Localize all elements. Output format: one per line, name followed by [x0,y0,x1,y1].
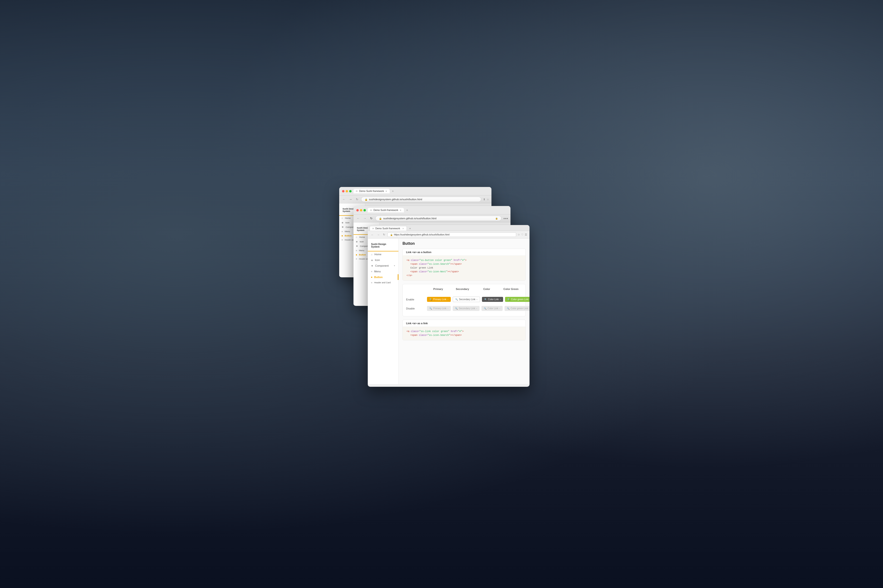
ff-reload-btn[interactable]: ↻ [382,232,386,237]
back-btn-2[interactable]: ← [356,216,361,220]
lock-icon-1: 🔒 [365,198,367,201]
dot-header-2 [356,258,357,260]
tab-icon-1: ⟳ [356,190,358,192]
sidebar-item-menu-3[interactable]: Menu [368,268,399,274]
forward-btn-1[interactable]: → [348,197,353,201]
bookmark-icon-1[interactable]: ☆ [487,198,489,201]
sidebar-item-header-3[interactable]: Header and Card [368,280,399,285]
ff-tab-active[interactable]: ⟳ Demo Sushi framework ✕ [370,226,407,231]
ff-address-bar[interactable]: 🔒 https://sushidesignsystem.github.io/su… [387,232,516,237]
primary-link-btn[interactable]: 🔍 Primary Link › [427,297,451,302]
code-block-3a: <a class="ss-button color green" href="#… [403,256,525,280]
code-attr-class: class= [411,259,419,262]
nav-label-home-1: Home [345,217,351,219]
color-link-btn[interactable]: 🔍 Color Link › [482,297,503,302]
dot-button-3 [371,277,372,278]
ff-heart-icon[interactable]: ♡ [521,233,523,236]
tab-label-2: Demo Sushi framework [373,209,398,212]
close-btn-1[interactable] [342,190,345,192]
url-text-1: sushidesignsystem.github.io/sushi/button… [369,198,478,201]
nav-label-icon-2: Icon [360,240,364,243]
component-icon-3: ❖ [371,264,373,267]
minimize-btn-2[interactable] [360,209,362,212]
home-icon-3: ⌂ [371,253,373,256]
brand-3: Sushi Design System [368,242,399,251]
reload-btn-2[interactable]: ↻ [369,216,373,220]
tab-label-1: Demo Sushi framework [359,190,384,192]
tab-close-1[interactable]: ✕ [385,190,387,192]
share-icon-1[interactable]: ⬆ [483,198,485,201]
code-str-class: "ss-button color green" [419,259,452,262]
primary-btn-label: Primary Link [433,298,447,301]
tab-add-2[interactable]: + [405,208,409,212]
code-b-str-class-2: "ss-icon-Search" [427,334,450,337]
reload-btn-1[interactable]: ↻ [355,197,359,201]
close-btn-2[interactable] [356,209,359,212]
search-icon-primary: 🔍 [429,298,432,301]
tab-bar-1: ⟳ Demo Sushi framework ✕ + [354,189,489,194]
back-btn-1[interactable]: ← [342,197,346,201]
tab-bar-2: ⟳ Demo Sushi framework ✕ + [368,208,508,212]
sidebar-item-icon-3[interactable]: ◈ Icon [368,257,399,263]
minimize-btn-1[interactable] [346,190,348,192]
tab-add-1[interactable]: + [391,189,395,194]
code-attr-class-3: class= [419,270,427,273]
secure-icon-2: 🔒 [495,217,498,219]
sidebar-item-button-3[interactable]: Button [368,274,399,280]
nav-label-icon-3: Icon [375,258,380,261]
code-section-3b: Link <a> as a link <a class="ss-link col… [402,320,526,340]
ff-tab-add[interactable]: + [408,226,412,231]
forward-btn-2[interactable]: → [363,216,367,220]
sidebar-item-home-3[interactable]: ⌂ Home [368,251,399,257]
tab-close-2[interactable]: ✕ [400,209,402,212]
icon-icon-1: ◈ [342,221,343,224]
code-b-attr-class: class= [411,330,419,333]
ff-bookmark-icon[interactable]: ☆ [518,233,520,236]
code-span-close-1: ></span> [450,263,462,266]
browser-window-3: ⟳ Demo Sushi framework ✕ + ← → ↻ 🔒 https… [368,225,529,387]
ff-tab-close[interactable]: ✕ [402,227,404,230]
secondary-btn-label-d: Secondary Link [459,307,475,310]
tab-2[interactable]: ⟳ Demo Sushi framework ✕ [368,208,404,212]
ff-forward-btn[interactable]: → [376,233,381,237]
code-line-3: Color green Link [406,266,522,270]
code-b-tag-gt: > [462,330,464,333]
code-b-str-href: "#" [458,330,462,333]
code-line-2: <span class="ss-icon-Search"></span> [406,262,522,266]
btn-cell-color-green-enable: 🔍 Color green Link › [505,297,529,302]
table-row-enable: Enable 🔍 Primary Link › 🔍 Secondar [406,295,522,304]
more-icon-2[interactable]: ●●● [503,217,508,220]
color-green-link-btn-disabled: 🔍 Color green Link › [505,306,529,311]
dot-header-1 [342,239,343,240]
code-attr-class-2: class= [419,263,427,266]
tab-1[interactable]: ⟳ Demo Sushi framework ✕ [354,189,390,194]
sidebar-item-component-3[interactable]: ❖ Component ▾ [368,263,399,268]
button-demo-table: Primary Secondary Color Color Green Enab… [402,284,526,316]
dot-menu-3 [371,271,372,272]
btn-cell-secondary-disable: 🔍 Secondary Link › [453,306,480,311]
color-green-link-btn[interactable]: 🔍 Color green Link › [505,297,529,302]
address-field-2[interactable]: 🔒 sushidesignsystem.github.io/sushi/butt… [375,216,501,221]
ff-tab-favicon: ⟳ [372,227,374,230]
tab-icon-2: ⟳ [370,209,372,212]
maximize-btn-1[interactable] [349,190,352,192]
url-text-2: sushidesignsystem.github.io/sushi/button… [383,217,494,220]
arrow-icon-secondary-d: › [477,308,477,310]
btn-cell-color-disable: 🔍 Color Link › [481,306,503,311]
nav-label-menu-3: Menu [374,270,381,273]
dot-menu-2 [356,250,357,251]
secondary-link-btn[interactable]: 🔍 Secondary Link › [453,297,480,302]
address-field-1[interactable]: 🔒 sushidesignsystem.github.io/sushi/butt… [361,197,481,202]
arrow-icon-primary-d: › [448,308,448,310]
code-line-1: <a class="ss-button color green" href="#… [406,258,522,262]
ff-menu-icon[interactable]: ☰ [525,233,527,236]
maximize-btn-2[interactable] [363,209,366,212]
code-str-class-2: "ss-icon-Search" [427,263,450,266]
nav-label-menu-1: Menu [345,230,350,232]
ff-back-btn[interactable]: ← [370,233,375,237]
col-header-secondary: Secondary [451,288,474,290]
component-icon-1: ❖ [342,226,344,228]
search-icon-secondary-d: 🔍 [455,308,458,310]
code-str-class-3: "ss-icon-Next" [427,270,447,273]
table-header: Primary Secondary Color Color Green [406,288,522,292]
